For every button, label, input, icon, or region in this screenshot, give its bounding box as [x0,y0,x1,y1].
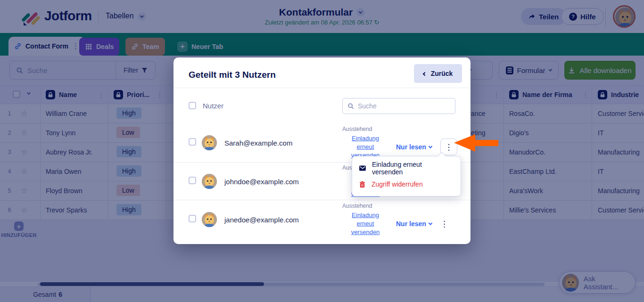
resend-invite-link[interactable]: Einladung erneut versenden [342,211,388,237]
modal-controls: Nutzer [173,88,471,123]
user-cat-icon [202,174,217,189]
invite-status: Ausstehend [342,126,459,132]
user-options-menu: Einladung erneut versenden Zugriff wider… [352,156,461,196]
app-window: Jotform Tabellen Kontakformular Zuletzt … [0,0,644,302]
user-checkbox[interactable] [189,177,196,184]
user-cat-icon [202,135,217,150]
back-button[interactable]: Zurück [414,64,462,83]
user-avatar [202,135,217,150]
users-column-label: Nutzer [203,102,223,110]
user-search-box [342,98,455,114]
user-search-input[interactable] [358,102,450,110]
user-cat-icon [202,212,217,227]
user-row: janedoe@example.com Ausstehend Einladung… [173,200,471,239]
user-options-button[interactable]: ⋮ [440,219,448,229]
user-checkbox[interactable] [189,138,196,146]
user-avatar [202,174,217,189]
annotation-arrow-icon [450,131,502,155]
permission-dropdown[interactable]: Nur lesen [396,143,432,151]
user-avatar [202,212,217,227]
share-modal: Geteilt mit 3 Nutzern Zurück Nutzer Sara… [173,57,471,244]
menu-resend-invite[interactable]: Einladung erneut versenden [352,160,461,176]
trash-icon [359,181,366,188]
select-all-users-checkbox[interactable] [189,102,196,109]
user-email: johndoe@example.com [224,177,299,185]
permission-dropdown[interactable]: Nur lesen [396,220,432,228]
invite-status: Ausstehend [342,203,459,209]
modal-title: Geteilt mit 3 Nutzern [189,70,276,80]
user-checkbox[interactable] [189,215,196,222]
user-email: janedoe@example.com [224,216,299,224]
user-email: Sarah@example.com [224,139,292,147]
menu-revoke-access[interactable]: Zugriff widerrufen [352,176,461,192]
search-icon [347,103,354,109]
mail-icon [359,164,366,172]
user-actions: Ausstehend Einladung erneut versenden Nu… [342,203,459,237]
